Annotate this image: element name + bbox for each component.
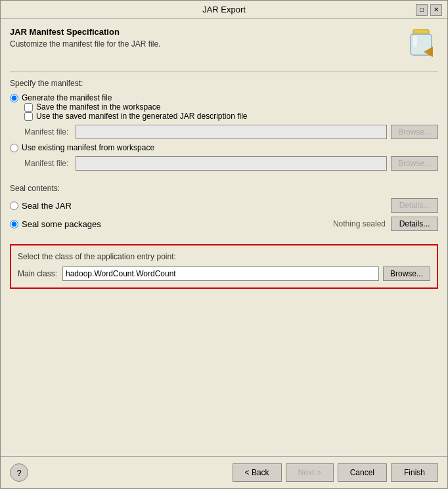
title-bar: JAR Export □ ✕ [1, 1, 447, 19]
seal-section: Seal contents: Seal the JAR Details... S… [10, 184, 438, 235]
save-manifest-checkbox[interactable] [24, 103, 33, 112]
main-content: JAR Manifest Specification Customize the… [1, 19, 447, 456]
use-saved-label: Use the saved manifest in the generated … [36, 112, 248, 121]
use-existing-manifest-radio[interactable] [10, 144, 18, 152]
separator [10, 72, 438, 72]
dialog-title: JAR Manifest Specification [10, 27, 160, 37]
entry-point-section: Select the class of the application entr… [10, 244, 438, 289]
manifest-file-input-1[interactable] [76, 125, 387, 139]
manifest-file-input-2[interactable] [76, 156, 387, 171]
jar-icon [404, 27, 438, 61]
browse-button-1[interactable]: Browse... [391, 125, 438, 139]
manifest-file-label-2: Manifest file: [24, 159, 72, 168]
footer: ? < Back Next > Cancel Finish [1, 456, 447, 488]
manifest-file-label-1: Manifest file: [24, 127, 72, 137]
generate-manifest-label: Generate the manifest file [22, 93, 112, 102]
footer-buttons: < Back Next > Cancel Finish [233, 463, 438, 482]
help-button[interactable]: ? [10, 463, 28, 482]
generate-manifest-radio-item: Generate the manifest file [10, 93, 438, 102]
next-button[interactable]: Next > [286, 463, 334, 482]
back-button[interactable]: < Back [233, 463, 282, 482]
dialog-subtitle: Customize the manifest file for the JAR … [10, 39, 160, 49]
seal-jar-right: Details... [391, 198, 438, 213]
main-class-input[interactable] [62, 266, 379, 281]
use-saved-checkbox[interactable] [24, 112, 33, 121]
seal-some-label: Seal some packages [22, 219, 101, 229]
finish-button[interactable]: Finish [391, 463, 438, 482]
seal-some-radio[interactable] [10, 220, 18, 228]
manifest-section: Specify the manifest: Generate the manif… [10, 79, 438, 175]
use-existing-label: Use existing manifest from workspace [22, 143, 154, 152]
seal-some-left: Seal some packages [10, 219, 101, 229]
main-class-row: Main class: Browse... [18, 266, 430, 281]
header-section: JAR Manifest Specification Customize the… [10, 27, 438, 61]
manifest-section-label: Specify the manifest: [10, 79, 438, 88]
save-manifest-checkbox-item: Save the manifest in the workspace [24, 102, 438, 112]
seal-jar-radio[interactable] [10, 202, 18, 210]
seal-some-row: Seal some packages Nothing sealed Detail… [10, 217, 438, 231]
main-class-label: Main class: [18, 269, 58, 278]
seal-some-details-button[interactable]: Details... [391, 217, 438, 231]
seal-jar-label: Seal the JAR [22, 201, 72, 211]
seal-some-right: Nothing sealed Details... [333, 217, 438, 231]
svg-rect-0 [413, 30, 429, 34]
seal-section-label: Seal contents: [10, 184, 438, 193]
manifest-file-row-1: Manifest file: Browse... [24, 125, 438, 139]
header-text: JAR Manifest Specification Customize the… [10, 27, 160, 49]
minimize-button[interactable]: □ [416, 4, 428, 16]
svg-rect-2 [413, 36, 417, 47]
cancel-button[interactable]: Cancel [338, 463, 387, 482]
manifest-file-row-2: Manifest file: Browse... [24, 156, 438, 171]
jar-export-window: JAR Export □ ✕ JAR Manifest Specificatio… [0, 0, 448, 489]
window-controls: □ ✕ [416, 4, 442, 16]
save-manifest-label: Save the manifest in the workspace [36, 102, 160, 112]
entry-point-label: Select the class of the application entr… [18, 252, 430, 261]
window-title: JAR Export [32, 5, 416, 14]
seal-jar-row: Seal the JAR Details... [10, 198, 438, 213]
nothing-sealed-text: Nothing sealed [333, 219, 386, 228]
main-class-browse-button[interactable]: Browse... [383, 266, 430, 281]
use-saved-checkbox-item: Use the saved manifest in the generated … [24, 112, 438, 121]
seal-jar-left: Seal the JAR [10, 201, 72, 211]
jar-svg [404, 27, 438, 61]
generate-manifest-radio[interactable] [10, 94, 18, 102]
seal-jar-details-button[interactable]: Details... [391, 198, 438, 213]
use-existing-radio-item: Use existing manifest from workspace [10, 143, 438, 152]
browse-button-2[interactable]: Browse... [391, 156, 438, 171]
close-button[interactable]: ✕ [430, 4, 442, 16]
